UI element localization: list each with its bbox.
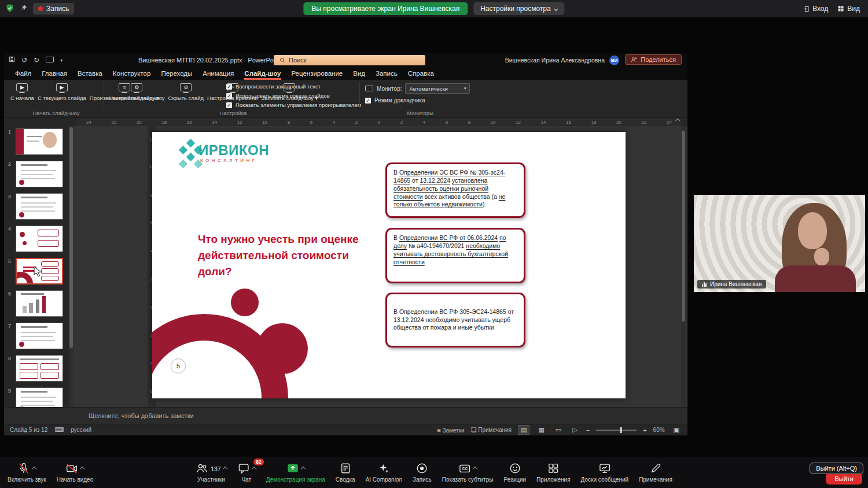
- thumbnail-preview: [16, 387, 63, 407]
- zoom-level[interactable]: 60%: [653, 427, 665, 433]
- ribbon-checkbox-0[interactable]: ✓Воспроизвести закадровый текст: [226, 83, 361, 90]
- slide-thumbnail-3[interactable]: 3: [16, 193, 63, 220]
- slide-thumbnail-6[interactable]: 6: [16, 290, 63, 317]
- toolbar-label: Примечания: [639, 476, 672, 483]
- thumbnail-scrollbar[interactable]: [69, 126, 73, 407]
- ribbon-checkbox-2[interactable]: ✓Показать элементы управления проигрыват…: [226, 102, 361, 108]
- login-button[interactable]: Вход: [802, 5, 828, 13]
- ribbon-button-play-from-current[interactable]: ▶С текущего слайда: [36, 81, 88, 102]
- chevron-up-icon[interactable]: [80, 466, 84, 471]
- ai-sparkle-icon-row: [377, 462, 390, 475]
- share-button[interactable]: Поделиться: [625, 54, 682, 65]
- pin-icon[interactable]: [20, 4, 28, 14]
- group-label-start: Начать слайд-шоу: [9, 110, 104, 116]
- horizontal-ruler[interactable]: 2422201816141210864202468101214161820222…: [77, 118, 681, 126]
- notes-toggle[interactable]: ≡ Заметки: [437, 427, 464, 434]
- recording-indicator[interactable]: Запись: [33, 3, 74, 14]
- toolbar-mic-off[interactable]: Включить звук: [3, 460, 50, 485]
- slide-counter: Слайд 5 из 12: [10, 427, 47, 433]
- mic-off-icon: [17, 462, 30, 476]
- participant-video-tile[interactable]: Ирина Вишневская: [694, 195, 865, 292]
- view-settings-dropdown[interactable]: Настройки просмотра: [473, 2, 565, 15]
- chevron-up-icon[interactable]: [222, 466, 227, 471]
- normal-view-button[interactable]: ▤: [518, 425, 529, 435]
- tab-Вставка[interactable]: Вставка: [72, 68, 108, 80]
- slide-thumbnail-7[interactable]: 7: [16, 323, 63, 349]
- language-indicator[interactable]: русский: [71, 427, 91, 433]
- undo-icon[interactable]: ↺: [21, 56, 27, 64]
- leave-button[interactable]: Выйти: [826, 473, 862, 485]
- zoom-out-icon[interactable]: −: [586, 427, 590, 434]
- zoom-slider[interactable]: [596, 430, 637, 431]
- toolbar-summary[interactable]: Сводка: [332, 460, 359, 485]
- chevron-up-icon[interactable]: [251, 466, 256, 471]
- toolbar-participants[interactable]: 137Участники: [192, 460, 231, 485]
- ribbon-button-play-from-start[interactable]: ▶С начала: [9, 81, 36, 102]
- ruler-number: 2: [400, 120, 403, 125]
- security-shield-icon[interactable]: [5, 3, 14, 14]
- tab-Справка[interactable]: Справка: [403, 68, 439, 80]
- tab-Конструктор[interactable]: Конструктор: [108, 68, 156, 80]
- slide-textbox-1[interactable]: В Определении ЭС ВС РФ № 305-эс24-14865 …: [385, 162, 525, 218]
- participants-icon: [196, 462, 208, 476]
- toolbar-apps[interactable]: Приложения: [532, 460, 575, 485]
- view-button[interactable]: Вид: [837, 5, 860, 13]
- toolbar-chat[interactable]: 82Чат: [233, 460, 260, 485]
- slide-thumbnail-9[interactable]: 9: [16, 387, 63, 407]
- monitor-select[interactable]: Автоматически ▾: [405, 83, 470, 94]
- tab-Запись[interactable]: Запись: [370, 68, 403, 80]
- ruler-number: 6: [310, 120, 312, 125]
- ruler-number: 16: [187, 120, 192, 125]
- tab-Главная[interactable]: Главная: [36, 68, 72, 80]
- fit-to-window-icon[interactable]: ▣: [671, 426, 682, 434]
- tab-Рецензирование[interactable]: Рецензирование: [286, 68, 348, 80]
- keyboard-icon[interactable]: ⌨: [54, 426, 64, 434]
- slide-thumbnail-2[interactable]: 2: [16, 161, 63, 187]
- slide-thumbnail-1[interactable]: 1: [16, 128, 63, 155]
- ribbon-button-hide-slide[interactable]: ⊘Скрыть слайд: [167, 81, 206, 102]
- toolbar-reactions[interactable]: Реакции: [499, 460, 530, 485]
- chevron-up-icon[interactable]: [32, 466, 36, 471]
- toolbar-record[interactable]: Запись: [409, 460, 436, 485]
- toolbar-captions[interactable]: CCПоказать субтитры: [438, 460, 498, 485]
- reading-view-button[interactable]: ▭: [553, 426, 564, 434]
- search-box[interactable]: Поиск: [274, 55, 425, 65]
- redo-icon[interactable]: ↻: [34, 56, 39, 64]
- ribbon-checkbox-1[interactable]: ✓Использовать время показа слайдов: [226, 93, 361, 99]
- comments-toggle[interactable]: ❏ Примечания: [471, 426, 512, 434]
- ruler-number: 16: [566, 120, 571, 125]
- tab-Переходы[interactable]: Переходы: [156, 68, 197, 80]
- slideshow-view-button[interactable]: ▷: [570, 426, 579, 434]
- toolbar-label: Включить звук: [8, 476, 46, 483]
- decorative-circle-small: [231, 289, 259, 316]
- chevron-up-icon[interactable]: [473, 466, 477, 471]
- slide-textbox-2[interactable]: В Определении ВС РФ от 06.06.2024 по дел…: [385, 228, 525, 283]
- checkbox-checked-icon: ✓: [226, 102, 232, 108]
- toolbar-whiteboard[interactable]: Доски сообщений: [577, 460, 633, 485]
- toolbar-share-screen[interactable]: Демонстрация экрана: [262, 460, 329, 485]
- slide-thumbnail-8[interactable]: 8: [16, 355, 63, 382]
- tab-Анимация[interactable]: Анимация: [197, 68, 239, 80]
- mic-off-icon-row: [17, 462, 36, 475]
- qat-customize-icon[interactable]: ▾: [60, 58, 62, 63]
- vertical-scrollbar[interactable]: [681, 126, 686, 407]
- slideshow-qat-icon[interactable]: [46, 56, 54, 64]
- account-info[interactable]: Вишневская Ирина Александровна ВИ: [505, 53, 619, 67]
- tab-Вид[interactable]: Вид: [348, 68, 370, 80]
- save-icon[interactable]: [9, 56, 15, 64]
- tab-Файл[interactable]: Файл: [10, 68, 36, 80]
- slide-thumbnail-4[interactable]: 4: [16, 225, 63, 252]
- tab-Слайд-шоу[interactable]: Слайд-шоу: [239, 68, 286, 80]
- zoom-in-icon[interactable]: +: [643, 427, 646, 434]
- slide-sorter-view-button[interactable]: ▦: [536, 426, 546, 434]
- chevron-up-icon[interactable]: [301, 466, 306, 471]
- notes-pane[interactable]: Щелкните, чтобы добавить заметки: [4, 407, 687, 424]
- slide-textbox-3[interactable]: В Определении ВС РФ 305-ЭС24-14865 от 13…: [385, 293, 525, 347]
- toolbar-video-off[interactable]: Начать видео: [53, 460, 98, 485]
- ribbon-button-setup-gear[interactable]: ⚙Настройка слайд-шоу: [107, 81, 167, 102]
- presenter-view-checkbox[interactable]: ✓ Режим докладчика: [365, 97, 470, 103]
- leave-tooltip: Выйти (Alt+Q): [810, 463, 863, 474]
- toolbar-ai-sparkle[interactable]: AI Companion: [362, 460, 406, 485]
- slide-editor[interactable]: 5 И: [152, 132, 626, 398]
- toolbar-annotate[interactable]: Примечания: [635, 460, 676, 485]
